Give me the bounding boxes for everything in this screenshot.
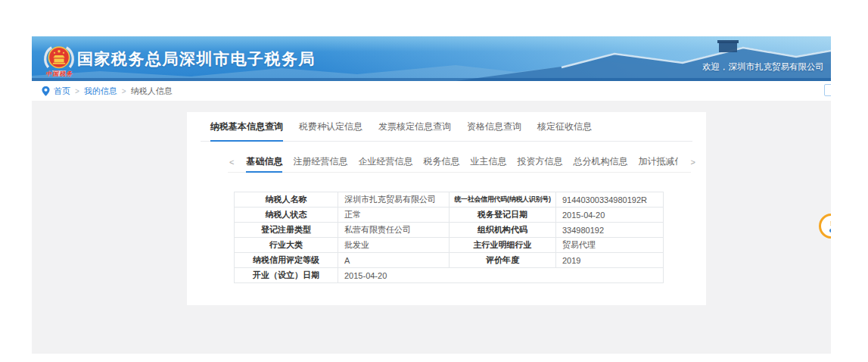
subtab-owner-info[interactable]: 业主信息 <box>470 151 506 172</box>
subtab-additional-deduction-info[interactable]: 加计抵减信息 <box>638 151 678 172</box>
table-row: 纳税人状态 正常 税务登记日期 2015-04-20 <box>235 208 664 223</box>
evaluation-year-label: 评价年度 <box>450 253 556 268</box>
subtab-registration-business-info[interactable]: 注册经营信息 <box>293 151 347 172</box>
header-banner: 中国税务 国家税务总局深圳市电子税务局 欢迎，深圳市扎克贸易有限公司 <box>32 36 831 81</box>
opening-date-value: 2015-04-20 <box>338 268 664 283</box>
breadcrumb: 首页 > 我的信息 > 纳税人信息 <box>32 81 831 101</box>
floating-assistant-widget[interactable]: ! <box>819 214 831 239</box>
tab-invoice-approval-query[interactable]: 发票核定信息查询 <box>378 120 451 141</box>
taxpayer-info-card: 纳税基本信息查询 税费种认定信息 发票核定信息查询 资格信息查询 核定征收信息 … <box>187 112 706 305</box>
tax-bureau-app: 中国税务 国家税务总局深圳市电子税务局 欢迎，深圳市扎克贸易有限公司 首页 > … <box>32 36 831 354</box>
breadcrumb-home[interactable]: 首页 <box>54 86 70 97</box>
breadcrumb-separator: > <box>75 87 79 95</box>
registration-type-value: 私营有限责任公司 <box>338 223 450 238</box>
table-row: 行业大类 批发业 主行业明细行业 贸易代理 <box>235 238 664 253</box>
breadcrumb-separator: > <box>122 87 126 95</box>
credit-rating-label: 纳税信用评定等级 <box>235 253 338 268</box>
table-row: 开业（设立）日期 2015-04-20 <box>235 268 664 283</box>
opening-date-label: 开业（设立）日期 <box>235 268 338 283</box>
tax-registration-date-value: 2015-04-20 <box>556 208 664 223</box>
exclamation-icon: ! <box>830 220 831 227</box>
tab-assessed-collection-info[interactable]: 核定征收信息 <box>537 120 592 141</box>
taxpayer-basic-info-table: 纳税人名称 深圳市扎克贸易有限公司 统一社会信用代码(纳税人识别号) 91440… <box>234 192 664 283</box>
industry-category-value: 批发业 <box>338 238 450 253</box>
registration-type-label: 登记注册类型 <box>235 223 338 238</box>
main-industry-detail-value: 贸易代理 <box>556 238 664 253</box>
table-row: 纳税信用评定等级 A 评价年度 2019 <box>235 253 664 268</box>
subtab-head-branch-info[interactable]: 总分机构信息 <box>573 151 627 172</box>
site-title: 国家税务总局深圳市电子税务局 <box>77 48 316 70</box>
table-row: 纳税人名称 深圳市扎克贸易有限公司 统一社会信用代码(纳税人识别号) 91440… <box>235 192 664 208</box>
subtabs-prev-arrow-icon[interactable]: < <box>228 158 235 167</box>
table-row: 登记注册类型 私营有限责任公司 组织机构代码 334980192 <box>235 223 664 238</box>
taxpayer-name-label: 纳税人名称 <box>235 192 338 208</box>
taxpayer-status-label: 纳税人状态 <box>235 208 338 223</box>
logo-caption: 中国税务 <box>39 70 81 78</box>
location-pin-icon <box>42 86 50 96</box>
industry-category-label: 行业大类 <box>235 238 338 253</box>
tab-basic-tax-info-query[interactable]: 纳税基本信息查询 <box>210 120 283 141</box>
credit-code-label: 统一社会信用代码(纳税人识别号) <box>450 192 556 208</box>
tax-registration-date-label: 税务登记日期 <box>450 208 556 223</box>
main-tab-bar: 纳税基本信息查询 税费种认定信息 发票核定信息查询 资格信息查询 核定征收信息 <box>201 112 692 142</box>
evaluation-year-value: 2019 <box>556 253 664 268</box>
clipped-edge-button[interactable] <box>824 84 831 96</box>
main-industry-detail-label: 主行业明细行业 <box>450 238 556 253</box>
org-code-value: 334980192 <box>556 223 664 238</box>
subtab-basic-info[interactable]: 基础信息 <box>246 151 282 172</box>
breadcrumb-my-info[interactable]: 我的信息 <box>84 86 117 97</box>
breadcrumb-current-page: 纳税人信息 <box>131 86 173 97</box>
org-code-label: 组织机构代码 <box>450 223 556 238</box>
blue-dot-icon <box>829 229 831 232</box>
sub-tab-bar: < 基础信息 注册经营信息 企业经营信息 税务信息 业主信息 投资方信息 总分机… <box>228 151 691 173</box>
subtab-enterprise-business-info[interactable]: 企业经营信息 <box>358 151 412 172</box>
credit-rating-value: A <box>338 253 450 268</box>
tab-qualification-info-query[interactable]: 资格信息查询 <box>467 120 521 141</box>
subtab-tax-info[interactable]: 税务信息 <box>423 151 459 172</box>
subtab-investor-info[interactable]: 投资方信息 <box>517 151 562 172</box>
subtabs-next-arrow-icon[interactable]: > <box>689 158 696 167</box>
taxpayer-status-value: 正常 <box>338 208 450 223</box>
tab-tax-type-determination[interactable]: 税费种认定信息 <box>299 120 362 141</box>
welcome-company-text: 欢迎，深圳市扎克贸易有限公司 <box>702 61 824 73</box>
credit-code-value: 91440300334980192R <box>556 192 664 208</box>
taxpayer-name-value: 深圳市扎克贸易有限公司 <box>338 192 450 208</box>
